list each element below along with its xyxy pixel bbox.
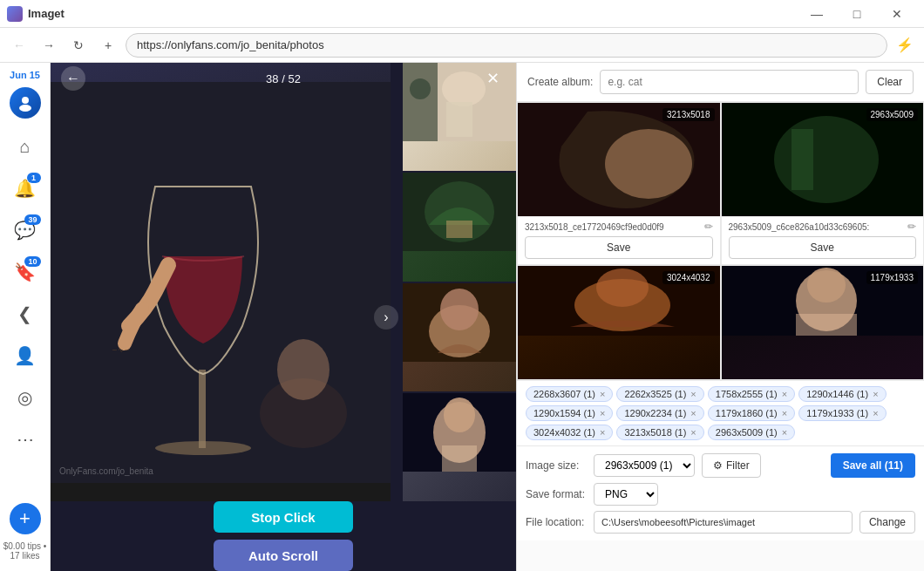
tag-9[interactable]: 3213x5018 (1) × (616, 425, 703, 440)
address-input[interactable] (126, 33, 887, 58)
back-button[interactable]: ← (7, 33, 31, 58)
sidebar-item-collapse[interactable]: ❮ (6, 295, 44, 333)
new-tab-button[interactable]: + (96, 33, 120, 58)
clear-button[interactable]: Clear (866, 70, 914, 94)
img1-dim-label: 3213x5018 (662, 108, 715, 121)
sidebar-item-bell[interactable]: 🔔 1 (6, 169, 44, 207)
viewer-next-arrow[interactable]: › (374, 305, 398, 330)
image-thumb-2[interactable]: 2963x5009 (722, 103, 924, 216)
stop-click-button[interactable]: Stop Click (214, 501, 353, 533)
tag-2[interactable]: 1758x2555 (1) × (708, 386, 795, 402)
image-size-label: Image size: (526, 459, 587, 472)
svg-point-1 (19, 105, 31, 112)
tag-8[interactable]: 3024x4032 (1) × (526, 425, 613, 440)
img1-filename: 3213x5018_ce17720469cf9ed0d0f9 (525, 222, 701, 232)
sidebar-item-user[interactable]: 👤 (6, 336, 44, 375)
viewer-bottom-buttons: Stop Click Auto Scroll (51, 501, 516, 571)
tag-6[interactable]: 1179x1860 (1) × (708, 405, 795, 421)
svg-point-23 (444, 398, 475, 432)
img2-dim-label: 2963x5009 (866, 108, 919, 121)
viewer-top-bar: ← 38 / 52 ✕ (51, 63, 516, 94)
album-input[interactable] (600, 70, 859, 94)
app-name: Imaget (28, 7, 65, 20)
tag-2-remove[interactable]: × (782, 389, 787, 399)
img1-filename-row: 3213x5018_ce17720469cf9ed0d0f9 ✏ (518, 216, 720, 236)
file-location-label: File location: (526, 516, 587, 528)
sidebar-item-bookmark[interactable]: 🔖 10 (6, 253, 44, 291)
image-card-1: 3213x5018 3213x5018_ce17720469cf9ed0d0f9… (517, 102, 721, 265)
add-button[interactable]: + (10, 503, 41, 534)
image-size-select[interactable]: 2963x5009 (1) 3213x5018 (1) 3024x4032 (1… (594, 454, 695, 477)
svg-point-20 (440, 289, 479, 330)
thumb-4[interactable] (403, 393, 516, 501)
img1-edit-icon[interactable]: ✏ (704, 221, 713, 233)
viewer-close-button[interactable]: ✕ (481, 66, 506, 91)
img2-filename: 2963x5009_c6ce826a10d33c69605: (729, 222, 905, 232)
sidebar-item-home[interactable]: ⌂ (6, 127, 44, 166)
viewer-back-button[interactable]: ← (61, 66, 85, 91)
thumb-3[interactable] (403, 283, 516, 391)
image-size-row: Image size: 2963x5009 (1) 3213x5018 (1) … (526, 453, 915, 478)
sidebar-item-chat[interactable]: 💬 39 (6, 211, 44, 249)
more-icon: ⋯ (17, 429, 34, 450)
close-button[interactable]: ✕ (877, 0, 917, 28)
tag-5[interactable]: 1290x2234 (1) × (616, 405, 703, 421)
chat-badge: 39 (24, 214, 40, 225)
minimize-button[interactable]: — (797, 0, 837, 28)
tag-1[interactable]: 2262x3525 (1) × (616, 386, 703, 402)
create-album-label: Create album: (527, 76, 593, 88)
file-location-input[interactable] (594, 511, 853, 534)
tag-7[interactable]: 1179x1933 (1) × (798, 405, 886, 421)
image-thumb-4[interactable]: 1179x1933 (722, 266, 924, 379)
tag-3[interactable]: 1290x1446 (1) × (798, 386, 886, 402)
auto-scroll-button[interactable]: Auto Scroll (214, 540, 353, 571)
titlebar: Imaget — □ ✕ (0, 0, 924, 28)
img1-save-button[interactable]: Save (525, 236, 713, 259)
img3-dim-label: 3024x4032 (662, 271, 715, 284)
viewer-thumbnail-strip (403, 63, 516, 501)
sidebar-item-location[interactable]: ◎ (6, 378, 44, 417)
svg-point-26 (605, 129, 692, 199)
tag-1-remove[interactable]: × (690, 389, 696, 399)
forward-button[interactable]: → (37, 33, 61, 58)
image-thumb-3[interactable]: 3024x4032 (518, 266, 720, 379)
svg-point-36 (807, 268, 846, 302)
bell-badge: 1 (27, 173, 41, 183)
filter-button[interactable]: ⚙ Filter (702, 453, 761, 478)
tag-7-label: 1179x1933 (1) (806, 408, 868, 418)
tag-10-remove[interactable]: × (782, 427, 787, 438)
tag-0-remove[interactable]: × (600, 389, 605, 399)
maximize-button[interactable]: □ (837, 0, 877, 28)
tag-1-label: 2262x3525 (1) (624, 389, 686, 399)
tag-10[interactable]: 2963x5009 (1) × (708, 425, 795, 440)
viewer-panel: ← 38 / 52 ✕ ∼∿∼ (51, 63, 516, 571)
tag-3-remove[interactable]: × (873, 389, 878, 399)
sidebar-avatar[interactable] (10, 87, 41, 119)
tag-9-remove[interactable]: × (690, 427, 696, 438)
tag-4[interactable]: 1290x1594 (1) × (526, 405, 613, 421)
sidebar-item-more[interactable]: ⋯ (6, 420, 44, 459)
viewer-counter: 38 / 52 (266, 72, 301, 85)
reload-button[interactable]: ↻ (66, 33, 91, 58)
bookmark-icon[interactable]: ⚡ (893, 33, 917, 58)
svg-point-33 (596, 269, 649, 307)
tag-0[interactable]: 2268x3607 (1) × (526, 386, 613, 402)
tag-8-remove[interactable]: × (600, 427, 605, 438)
sidebar: Jun 15 ⌂ 🔔 1 💬 39 🔖 10 ❮ 👤 ◎ ⋯ (0, 63, 51, 571)
tag-4-remove[interactable]: × (600, 408, 605, 418)
change-button[interactable]: Change (859, 511, 915, 534)
img2-save-button[interactable]: Save (729, 236, 917, 259)
svg-point-0 (22, 97, 29, 104)
img2-edit-icon[interactable]: ✏ (907, 221, 916, 233)
tag-6-remove[interactable]: × (782, 408, 787, 418)
tag-5-remove[interactable]: × (690, 408, 696, 418)
save-format-select[interactable]: PNG JPG WEBP (594, 483, 658, 506)
svg-rect-37 (796, 314, 857, 336)
tag-7-remove[interactable]: × (873, 408, 878, 418)
save-all-button[interactable]: Save all (11) (831, 453, 915, 478)
thumb-2[interactable] (403, 173, 516, 281)
tag-9-label: 3213x5018 (1) (624, 427, 686, 438)
image-thumb-1[interactable]: 3213x5018 (518, 103, 720, 216)
bottom-controls: Image size: 2963x5009 (1) 3213x5018 (1) … (517, 445, 924, 540)
file-location-row: File location: Change (526, 511, 915, 534)
